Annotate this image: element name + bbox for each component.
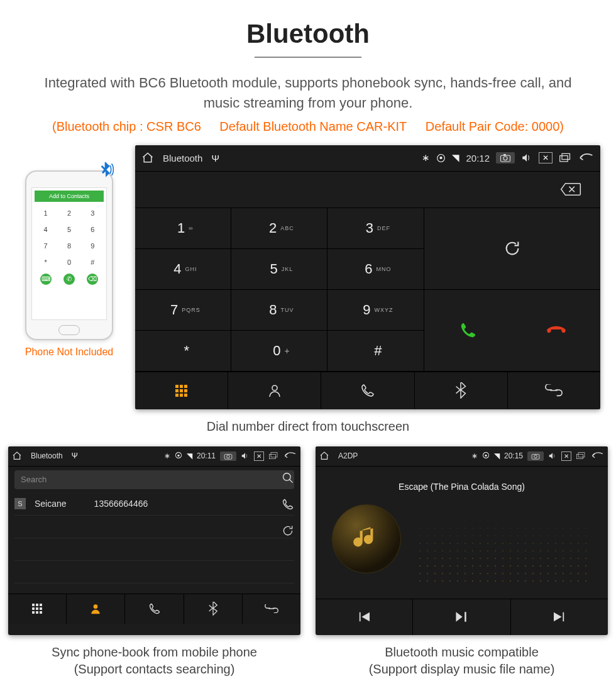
key-star[interactable]: * [135, 331, 231, 372]
volume-icon[interactable] [548, 452, 557, 460]
key-0[interactable]: 0+ [231, 331, 327, 372]
music-body: Escape (The Pina Colada Song) [316, 467, 608, 599]
camera-icon[interactable] [496, 152, 515, 163]
dialpad-icon [175, 385, 187, 397]
key-4[interactable]: 4GHI [135, 249, 231, 290]
album-art [332, 504, 401, 573]
svg-rect-14 [576, 455, 583, 459]
close-icon[interactable]: ✕ [561, 451, 571, 461]
tab-recent[interactable] [125, 594, 184, 624]
dial-input-row [135, 172, 600, 208]
bluetooth-specs: (Bluetooth chip : CSR BC6 Default Blueto… [0, 119, 616, 134]
camera-icon[interactable] [527, 451, 544, 461]
tab-bluetooth[interactable] [415, 372, 508, 409]
contact-number: 13566664466 [94, 499, 148, 509]
close-icon[interactable]: ✕ [254, 451, 264, 461]
page-description: Integrated with BC6 Bluetooth module, su… [31, 73, 585, 113]
app-name: Bluetooth [163, 153, 202, 163]
camera-icon[interactable] [220, 451, 236, 461]
key-9[interactable]: 9WXYZ [327, 290, 424, 331]
volume-icon[interactable] [521, 153, 532, 163]
search-input[interactable]: Search [14, 470, 294, 489]
svg-rect-9 [271, 453, 277, 457]
bt-status-icon: ∗ [471, 451, 478, 460]
svg-rect-2 [503, 154, 506, 155]
bt-status-icon: ∗ [164, 451, 170, 460]
volume-icon[interactable] [241, 452, 250, 460]
svg-rect-15 [578, 453, 585, 457]
dial-button[interactable] [424, 290, 512, 372]
bluetooth-icon [454, 382, 467, 399]
key-5[interactable]: 5JKL [231, 249, 327, 290]
bottom-tabbar [135, 372, 600, 409]
tab-contacts[interactable] [67, 594, 125, 624]
tab-bluetooth[interactable] [184, 594, 243, 624]
tab-recent[interactable] [321, 372, 414, 409]
dialpad-icon [32, 604, 42, 614]
tab-dialpad[interactable] [135, 372, 228, 409]
svg-point-5 [272, 385, 277, 390]
redial-button[interactable] [424, 208, 600, 290]
contact-row [14, 561, 294, 584]
tab-pair[interactable] [243, 594, 300, 624]
prev-button[interactable] [316, 599, 413, 635]
tab-dialpad[interactable] [8, 594, 67, 624]
bottom-tabbar [8, 594, 300, 624]
music-caption: Bluetooth music compatible (Support disp… [369, 644, 555, 678]
side-call-icon[interactable] [282, 498, 294, 511]
side-search-icon[interactable] [282, 472, 294, 484]
key-2[interactable]: 2ABC [231, 208, 327, 249]
next-button[interactable] [511, 599, 608, 635]
back-icon[interactable] [283, 451, 297, 460]
wifi-icon: ◥ [494, 451, 500, 460]
key-hash[interactable]: # [327, 331, 424, 372]
dialer-unit: Bluetooth Ψ ∗ ⦿ ◥ 20:12 ✕ [135, 145, 600, 409]
backspace-button[interactable] [560, 182, 581, 197]
svg-rect-4 [562, 154, 570, 160]
home-icon[interactable] [319, 451, 329, 461]
contact-row[interactable]: S Seicane 13566664466 [14, 493, 294, 516]
contact-badge: S [14, 498, 26, 509]
spec-chip: (Bluetooth chip : CSR BC6 [52, 119, 201, 133]
recent-apps-icon[interactable] [268, 452, 278, 460]
bluetooth-icon [208, 602, 218, 616]
location-icon: ⦿ [175, 451, 182, 460]
hangup-button[interactable] [512, 290, 600, 372]
svg-point-10 [283, 473, 291, 480]
contact-list: S Seicane 13566664466 [8, 493, 300, 594]
track-title: Escape (The Pina Colada Song) [316, 467, 608, 492]
play-pause-button[interactable] [413, 599, 510, 635]
close-icon[interactable]: ✕ [539, 152, 553, 163]
recent-apps-icon[interactable] [559, 153, 571, 163]
key-6[interactable]: 6MNO [327, 249, 424, 290]
bluetooth-signal-icon [96, 160, 116, 180]
contact-row [14, 538, 294, 561]
clock: 20:12 [466, 153, 490, 163]
back-icon[interactable] [578, 152, 594, 163]
svg-point-1 [503, 157, 507, 160]
home-icon[interactable] [141, 152, 154, 164]
home-icon[interactable] [12, 451, 22, 461]
tab-contacts[interactable] [228, 372, 321, 409]
key-7[interactable]: 7PQRS [135, 290, 231, 331]
clock: 20:11 [197, 451, 216, 460]
back-icon[interactable] [590, 451, 604, 460]
svg-point-11 [94, 605, 98, 609]
spec-name: Default Bluetooth Name CAR-KIT [219, 119, 407, 133]
svg-point-7 [227, 455, 230, 458]
key-1[interactable]: 1∞ [135, 208, 231, 249]
key-8[interactable]: 8TUV [231, 290, 327, 331]
status-bar: A2DP ∗ ⦿ ◥ 20:15 ✕ [316, 446, 608, 467]
side-sync-icon[interactable] [282, 524, 294, 537]
location-icon: ⦿ [482, 451, 490, 460]
tab-pair[interactable] [508, 372, 600, 409]
phone-icon [360, 383, 375, 398]
app-name: Bluetooth [31, 451, 63, 460]
phonebook-caption: Sync phone-book from mobile phone (Suppo… [52, 644, 257, 678]
music-controls [316, 599, 608, 635]
recent-apps-icon[interactable] [576, 452, 586, 460]
wifi-icon: ◥ [452, 152, 459, 163]
usb-icon: Ψ [211, 153, 219, 163]
svg-rect-8 [269, 455, 275, 459]
key-3[interactable]: 3DEF [327, 208, 424, 249]
